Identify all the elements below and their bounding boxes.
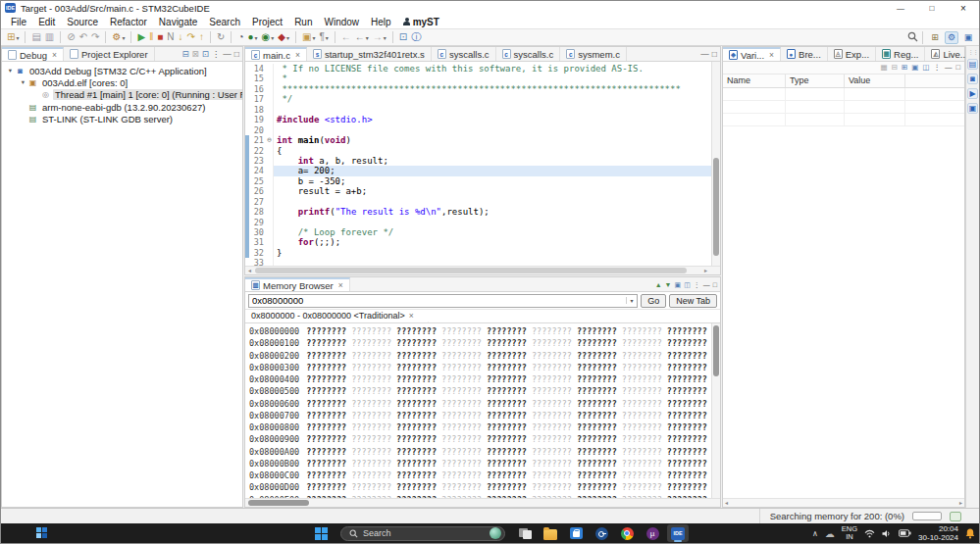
view-tab-reg-[interactable]: ▦Reg... <box>876 47 925 61</box>
window-maximize-button[interactable]: □ <box>916 1 948 15</box>
tab-close-icon[interactable]: × <box>769 50 774 60</box>
view-menu-icon[interactable]: ⋮ <box>933 64 941 72</box>
collapse-all-icon[interactable]: ⊟ <box>181 50 188 59</box>
terminate-icon[interactable]: ■ <box>156 29 164 45</box>
profile-icon[interactable]: ◔ <box>236 29 244 45</box>
onedrive-cloud-icon[interactable]: ☁ <box>825 528 835 539</box>
scroll-right-icon[interactable]: ▸ <box>959 499 962 506</box>
pin-view-icon[interactable]: ⊡ <box>202 50 209 59</box>
minimize-icon[interactable]: — <box>703 281 710 288</box>
suspend-icon[interactable]: ‖ <box>148 29 154 45</box>
toolbar-search-icon[interactable] <box>907 28 918 46</box>
menu-item-navigate[interactable]: Navigate <box>153 17 203 27</box>
tree-expand-icon[interactable]: ▾ <box>6 67 15 74</box>
clock[interactable]: 20:04 30-10-2024 <box>918 524 958 542</box>
memory-browser-tab[interactable]: ▥Memory Browser× <box>245 277 350 291</box>
restore-search-view-icon[interactable]: ◙ <box>967 74 978 84</box>
menu-item-file[interactable]: File <box>5 17 32 27</box>
tab-close-icon[interactable]: × <box>52 50 57 60</box>
collapse-all-icon[interactable]: ⊟ <box>892 64 898 72</box>
undo-icon[interactable]: ↶ <box>78 29 88 45</box>
debug-tree-row[interactable]: ▾◙003Add Debug [STM32 C/C++ Application] <box>2 65 242 76</box>
go-button[interactable]: Go <box>641 294 666 308</box>
editor-tab-syscalls-c[interactable]: csyscalls.c <box>432 47 496 61</box>
memory-region-tab[interactable]: 0x8000000 - 0x08000000 <Traditional> × <box>245 310 429 322</box>
mark-occurrences-icon[interactable]: ¶▾ <box>318 29 329 45</box>
view-tab-bre-[interactable]: ●Bre... <box>781 47 828 61</box>
show-columns-icon[interactable]: ▦ <box>881 64 888 72</box>
step-into-icon[interactable]: ↓ <box>178 29 184 45</box>
unlink-icon[interactable]: ⊠ <box>192 50 199 59</box>
dropdown-arrow-icon[interactable]: ▾ <box>122 34 125 41</box>
column-header-name[interactable]: Name <box>723 74 786 87</box>
export-memory-icon[interactable]: ▲ <box>655 281 662 288</box>
restore-console-view-icon[interactable]: ▤ <box>967 59 978 70</box>
widgets-icon[interactable] <box>36 527 48 539</box>
window-minimize-button[interactable]: — <box>885 1 916 15</box>
view-tab-vari-[interactable]: ◈Vari...× <box>723 47 781 61</box>
taskview-icon[interactable] <box>514 524 536 542</box>
debug-tree-row[interactable]: ▾▣003Add.elf [cores: 0] <box>2 76 242 88</box>
memory-horizontal-scrollbar[interactable] <box>245 498 720 507</box>
new-memory-view-icon[interactable]: ▣ <box>675 281 682 288</box>
scroll-right-icon[interactable]: ▸ <box>701 267 710 274</box>
language-indicator[interactable]: ENG IN <box>842 525 857 541</box>
minimize-icon[interactable]: — <box>223 50 232 59</box>
combo-dropdown-icon[interactable]: ▾ <box>626 297 637 304</box>
restore-play-view-icon[interactable]: ▶ <box>967 88 978 99</box>
notification-bell-icon[interactable] <box>965 528 975 539</box>
split-icon[interactable]: ◫ <box>922 64 929 72</box>
pin-editor-icon[interactable]: ⊡ <box>398 29 408 45</box>
explorer-icon[interactable] <box>540 524 561 542</box>
editor-vertical-scrollbar[interactable] <box>711 62 720 266</box>
new-view-icon[interactable]: ▣ <box>911 64 918 72</box>
chrome-icon[interactable] <box>616 524 638 542</box>
dropdown-arrow-icon[interactable]: ▾ <box>312 34 315 41</box>
tab-close-icon[interactable]: × <box>338 280 343 290</box>
tree-expand-icon[interactable]: ▾ <box>19 78 27 86</box>
skip-breakpoints-icon[interactable]: ⊘ <box>66 29 76 45</box>
column-header-type[interactable]: Type <box>786 74 845 87</box>
wifi-icon[interactable] <box>864 529 875 538</box>
build-icon[interactable]: ⚙▾ <box>111 29 126 45</box>
last-edit-icon[interactable]: ← <box>340 29 352 45</box>
import-memory-icon[interactable]: ▼ <box>665 281 672 288</box>
editor-horizontal-scrollbar[interactable]: ◂ ▸ <box>245 266 720 274</box>
save-all-icon[interactable]: ▥ <box>44 29 55 45</box>
column-header-value[interactable]: Value <box>845 74 905 87</box>
redo-icon[interactable]: ↷ <box>90 29 100 45</box>
memory-region-tab-close-icon[interactable]: × <box>409 311 414 321</box>
debug-tree-row[interactable]: ▤ST-LINK (ST-LINK GDB server) <box>2 113 242 124</box>
maximize-icon[interactable]: □ <box>713 281 717 288</box>
split-view-icon[interactable]: ◫ <box>684 281 691 288</box>
menu-item-run[interactable]: Run <box>288 17 318 27</box>
menu-item-window[interactable]: Window <box>318 17 365 27</box>
menu-item-edit[interactable]: Edit <box>32 17 61 27</box>
utorrent-icon[interactable]: µ <box>642 524 663 542</box>
add-expression-icon[interactable]: ⊞ <box>902 64 907 72</box>
minimize-icon[interactable]: — <box>945 64 953 72</box>
stm32cubeide-icon[interactable]: IDE <box>667 524 689 542</box>
back-icon[interactable]: ←▾ <box>354 29 370 45</box>
search-highlight-icon[interactable] <box>490 527 501 539</box>
dropdown-arrow-icon[interactable]: ▾ <box>286 34 289 41</box>
step-return-icon[interactable]: ↑ <box>198 29 205 45</box>
security-key-icon[interactable] <box>591 524 612 542</box>
tab-project-explorer[interactable]: Project Explorer <box>64 47 155 61</box>
menu-item-refactor[interactable]: Refactor <box>104 17 153 27</box>
variables-table[interactable]: NameTypeValue <box>723 74 964 498</box>
background-operations-icon[interactable] <box>950 512 961 521</box>
minimize-icon[interactable]: — <box>700 50 709 59</box>
debug-tree-row[interactable]: ▤arm-none-eabi-gdb (13.2.90.20230627) <box>2 101 242 113</box>
editor-tab-sysmem-c[interactable]: csysmem.c <box>560 47 627 61</box>
fold-collapse-icon[interactable]: ⊖ <box>266 135 274 145</box>
memory-vertical-scrollbar[interactable] <box>711 323 720 498</box>
disconnect-icon[interactable]: N <box>166 29 175 45</box>
strip-drag-handle-icon[interactable]: ⋮⋮ <box>968 48 978 55</box>
editor-tab-main-c[interactable]: cmain.c× <box>245 47 307 61</box>
dropdown-arrow-icon[interactable]: ▾ <box>326 34 329 41</box>
dropdown-arrow-icon[interactable]: ▾ <box>271 34 274 41</box>
maximize-icon[interactable]: □ <box>712 50 717 59</box>
run-icon[interactable]: ◉▾ <box>260 29 275 45</box>
scroll-left-icon[interactable]: ◂ <box>245 267 254 274</box>
